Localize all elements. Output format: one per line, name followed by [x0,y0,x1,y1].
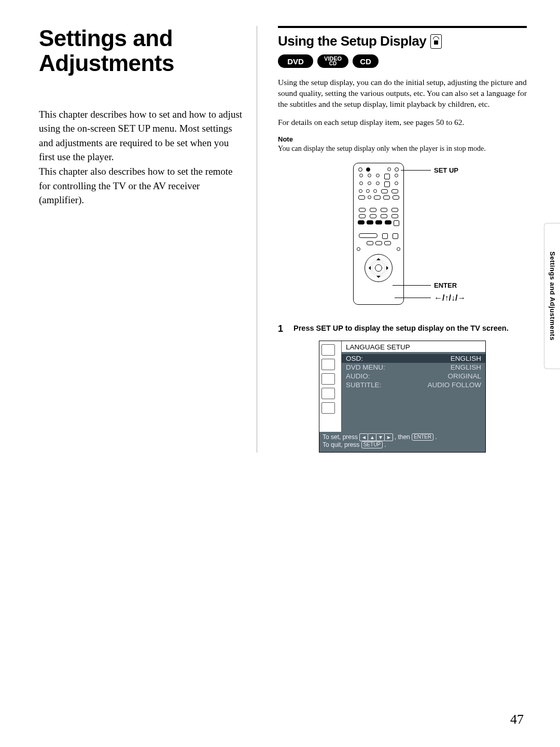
note-text: You can display the setup display only w… [278,144,527,153]
badge-dvd: DVD [278,54,313,68]
note-label: Note [278,135,527,143]
tv-screen-title: LANGUAGE SETUP [342,341,485,352]
tv-footer-text: . [384,441,386,448]
tv-row-label: OSD: [346,355,363,362]
tv-row: DVD MENU: ENGLISH [346,363,481,372]
tv-footer-text: , then [395,433,410,441]
badge-video-cd: VIDEO CD [317,54,348,68]
callout-arrows: ←/↑/↓/→ [434,293,466,303]
side-tab-label: Settings and Adjustments [549,251,556,341]
tv-footer-text: To set, press [323,433,359,441]
section-rule [278,26,527,28]
page-number: 47 [510,712,524,727]
tv-row: SUBTITLE: AUDIO FOLLOW [346,380,481,389]
section-para-2: For details on each setup display item, … [278,117,527,128]
tv-row: OSD: ENGLISH [342,354,485,363]
side-tab: Settings and Adjustments [544,223,560,369]
chapter-intro: This chapter describes how to set and ho… [39,107,246,207]
tv-row-value: ORIGINAL [447,372,481,380]
remote-icon [430,34,442,49]
setup-cap-icon: SETUP [361,441,383,448]
badge-cd: CD [353,54,379,68]
remote-illustration: SET UP ENTER ←/↑/↓/→ [343,163,478,308]
tv-row-label: SUBTITLE: [346,381,381,389]
badge-video-cd-bottom: CD [329,61,337,66]
chapter-title: Settings and Adjustments [39,26,246,76]
tv-footer-text: . [435,433,437,441]
arrow-keys-icon: ◄▲▼► [359,433,393,441]
section-para-1: Using the setup display, you can do the … [278,77,527,110]
tv-footer: To set, press ◄▲▼► , then ENTER . To qui… [319,432,485,452]
tv-tab-icon [321,344,335,356]
section-title: Using the Setup Display [278,33,426,49]
tv-row-value: ENGLISH [451,355,481,362]
tv-tab-icon [321,373,335,385]
tv-row-label: DVD MENU: [346,363,385,371]
enter-cap-icon: ENTER [412,433,433,441]
step-number: 1 [278,323,287,334]
tv-row-value: ENGLISH [451,363,481,371]
tv-footer-text: To quit, press [323,441,361,448]
tv-tab-icon [321,402,335,414]
tv-tab-icon [321,388,335,399]
tv-setup-screen: LANGUAGE SETUP OSD: ENGLISH DVD MENU: EN… [319,341,486,453]
step-text: Press SET UP to display the setup displa… [293,323,527,334]
tv-row: AUDIO: ORIGINAL [346,372,481,380]
callout-enter: ENTER [434,281,457,289]
tv-tab-column [319,341,342,432]
callout-setup: SET UP [434,166,458,174]
tv-row-label: AUDIO: [346,372,370,380]
tv-tab-icon [321,359,335,370]
tv-row-value: AUDIO FOLLOW [427,381,481,389]
